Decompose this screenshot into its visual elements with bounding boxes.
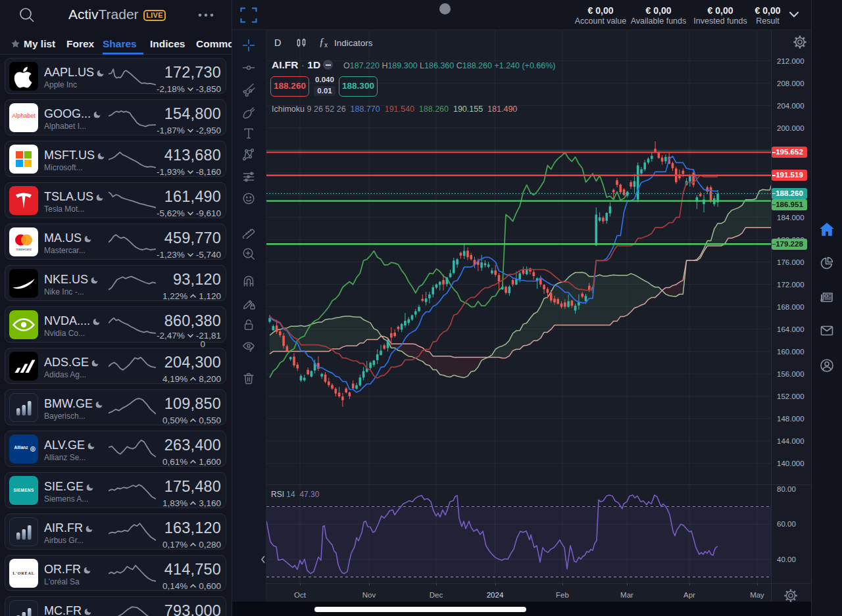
svg-text:mastercard: mastercard: [16, 248, 32, 251]
